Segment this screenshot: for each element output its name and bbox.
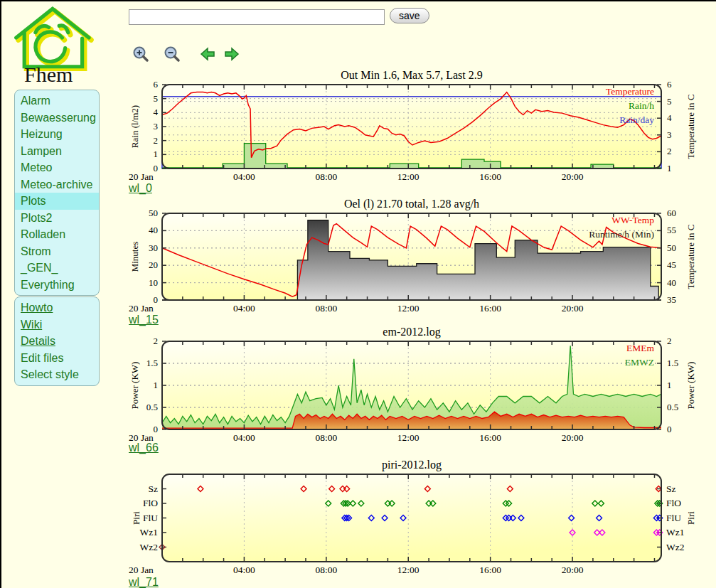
sidebar-item-heizung[interactable]: Heizung — [15, 126, 99, 143]
svg-text:45: 45 — [667, 260, 676, 270]
svg-text:20 Jan: 20 Jan — [129, 432, 154, 443]
logo-title: Fhem — [24, 63, 73, 87]
svg-text:Temperature in C: Temperature in C — [685, 95, 696, 159]
svg-text:1: 1 — [667, 163, 672, 173]
svg-text:Wz2: Wz2 — [666, 542, 684, 552]
svg-text:Power (KW): Power (KW) — [685, 362, 696, 410]
svg-text:6: 6 — [154, 79, 159, 90]
svg-text:30: 30 — [149, 242, 158, 253]
zoom-in-icon[interactable] — [132, 46, 149, 63]
svg-text:08:00: 08:00 — [315, 303, 337, 314]
svg-text:20:00: 20:00 — [562, 432, 584, 443]
svg-text:Sz: Sz — [666, 483, 676, 494]
room-menu: AlarmBewaesserungHeizungLampenMeteoMeteo… — [14, 90, 100, 296]
svg-text:Temperature: Temperature — [606, 86, 654, 97]
svg-text:em-2012.log: em-2012.log — [383, 326, 440, 338]
chart-wl_0: 0123456Rain (l/m2)123456Temperature in C… — [128, 68, 716, 194]
fhem-house-icon — [9, 3, 101, 71]
svg-text:EMWZ: EMWZ — [625, 357, 654, 368]
svg-text:08:00: 08:00 — [315, 432, 337, 443]
svg-text:12:00: 12:00 — [397, 171, 420, 182]
svg-text:20 Jan: 20 Jan — [129, 171, 154, 182]
svg-text:16:00: 16:00 — [479, 565, 501, 575]
svg-text:Sz: Sz — [149, 483, 159, 494]
chart-wl_71: SzSzFlOFlOFlUFlUWz1Wz1Wz2Wz2PiriPiri20 J… — [128, 457, 716, 587]
command-input[interactable] — [129, 9, 385, 25]
svg-text:16:00: 16:00 — [479, 171, 501, 182]
svg-text:08:00: 08:00 — [315, 171, 337, 182]
svg-text:1.5: 1.5 — [146, 358, 158, 368]
svg-text:12:00: 12:00 — [397, 565, 420, 575]
svg-text:1.5: 1.5 — [667, 358, 678, 368]
svg-text:2: 2 — [154, 135, 159, 146]
sidebar-item-rolladen[interactable]: Rolladen — [15, 226, 99, 243]
svg-text:Wz1: Wz1 — [140, 527, 158, 538]
svg-text:04:00: 04:00 — [233, 171, 255, 182]
sidebar-item-meteo[interactable]: Meteo — [15, 159, 99, 176]
svg-text:1: 1 — [154, 380, 159, 390]
svg-text:55: 55 — [667, 225, 676, 235]
svg-text:12:00: 12:00 — [397, 303, 420, 314]
svg-text:12:00: 12:00 — [397, 432, 420, 443]
svg-text:Piri: Piri — [685, 511, 696, 525]
svg-text:0: 0 — [154, 163, 159, 173]
sidebar-item-lampen[interactable]: Lampen — [15, 143, 99, 160]
svg-text:2: 2 — [154, 336, 159, 346]
svg-text:1: 1 — [667, 380, 672, 390]
svg-text:08:00: 08:00 — [315, 565, 337, 575]
menu-link-select-style[interactable]: Select style — [15, 366, 99, 383]
svg-text:20 Jan: 20 Jan — [129, 303, 154, 314]
menu-link-wiki[interactable]: Wiki — [15, 316, 99, 333]
link-menu: HowtoWikiDetailsEdit filesSelect style — [14, 296, 100, 386]
svg-text:04:00: 04:00 — [233, 303, 255, 314]
svg-text:Wz2: Wz2 — [140, 542, 158, 552]
svg-text:5: 5 — [667, 96, 672, 107]
svg-text:50: 50 — [667, 242, 676, 253]
svg-text:60: 60 — [667, 208, 676, 218]
svg-text:WW-Temp: WW-Temp — [611, 215, 654, 225]
svg-text:4: 4 — [154, 107, 159, 117]
svg-text:3: 3 — [667, 129, 672, 140]
svg-text:0: 0 — [154, 424, 159, 434]
svg-text:20:00: 20:00 — [562, 565, 584, 575]
fhem-page: { "logo": {"title": "Fhem"}, "toolbar": … — [0, 0, 716, 588]
svg-text:0.5: 0.5 — [146, 402, 158, 412]
zoom-out-icon[interactable] — [164, 46, 181, 63]
sidebar-item-plots2[interactable]: Plots2 — [15, 210, 99, 227]
svg-text:FlU: FlU — [666, 513, 681, 523]
chart-wl_15: 01020304050Minutes354045505560Temperatur… — [128, 198, 716, 324]
svg-text:16:00: 16:00 — [479, 303, 501, 314]
menu-link-edit-files[interactable]: Edit files — [15, 350, 99, 367]
sidebar-item--gen-[interactable]: _GEN_ — [15, 260, 99, 277]
svg-text:Wz1: Wz1 — [666, 527, 684, 538]
sidebar-item-meteo-archive[interactable]: Meteo-archive — [15, 176, 99, 193]
svg-text:20:00: 20:00 — [562, 303, 584, 314]
menu-link-details[interactable]: Details — [15, 333, 99, 350]
svg-text:EMEm: EMEm — [626, 343, 654, 353]
svg-text:10: 10 — [149, 277, 158, 288]
arrow-left-icon[interactable] — [199, 46, 216, 63]
svg-text:4: 4 — [667, 112, 672, 123]
svg-text:Piri: Piri — [131, 511, 141, 525]
svg-text:Oel (l) 21.70 total, 1.28 avg/: Oel (l) 21.70 total, 1.28 avg/h — [344, 198, 479, 210]
sidebar-item-bewaesserung[interactable]: Bewaesserung — [15, 109, 99, 127]
svg-text:16:00: 16:00 — [479, 432, 501, 443]
sidebar-item-strom[interactable]: Strom — [15, 243, 99, 260]
sidebar-item-alarm[interactable]: Alarm — [15, 92, 99, 109]
svg-text:35: 35 — [667, 294, 676, 305]
svg-text:1: 1 — [154, 149, 159, 159]
arrow-right-icon[interactable] — [223, 46, 240, 63]
menu-link-howto[interactable]: Howto — [15, 299, 99, 316]
sidebar-item-plots[interactable]: Plots — [15, 193, 99, 210]
svg-text:04:00: 04:00 — [233, 432, 255, 443]
svg-text:FlU: FlU — [143, 513, 158, 523]
svg-text:Minutes: Minutes — [129, 242, 140, 272]
svg-text:50: 50 — [149, 208, 158, 218]
svg-text:04:00: 04:00 — [233, 565, 255, 575]
svg-text:0.5: 0.5 — [667, 402, 678, 412]
svg-text:0: 0 — [667, 424, 672, 434]
svg-text:2: 2 — [667, 336, 672, 346]
save-button[interactable]: save — [390, 8, 429, 23]
fhem-logo: Fhem — [9, 3, 115, 87]
sidebar-item-everything[interactable]: Everything — [15, 277, 99, 294]
